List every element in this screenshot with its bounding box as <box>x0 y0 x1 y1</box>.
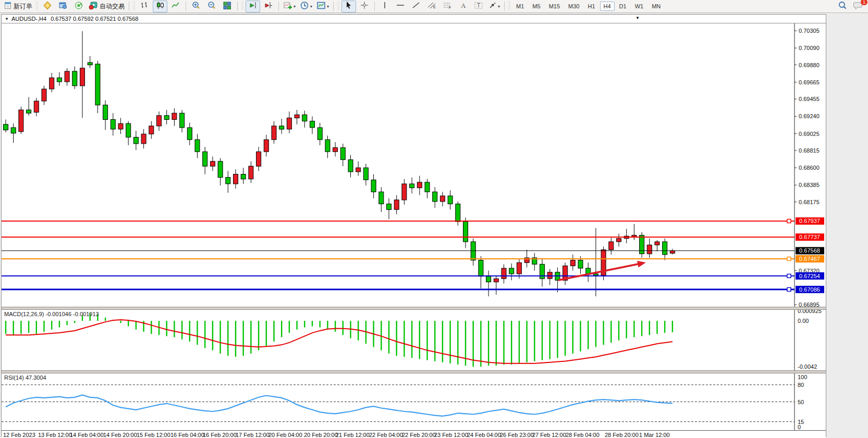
price-line-badge: 0.67467 <box>796 255 824 262</box>
candle <box>624 229 629 243</box>
candlestick-chart-button[interactable] <box>153 1 167 12</box>
hline-handle[interactable] <box>787 257 791 260</box>
zoom-out-button[interactable] <box>204 1 219 12</box>
candle <box>425 179 430 198</box>
price-line-badge: 0.67937 <box>796 217 824 224</box>
candle <box>80 31 85 118</box>
text-icon: A <box>459 1 467 11</box>
indicators-button[interactable]: ▾ <box>282 1 297 12</box>
time-axis-label: 28 Feb 04:00 <box>566 432 600 438</box>
trendline-button[interactable] <box>409 1 423 12</box>
svg-text:0.67086: 0.67086 <box>799 286 820 293</box>
arrows-button[interactable]: ▾ <box>487 1 502 12</box>
crosshair-button[interactable] <box>357 1 372 12</box>
time-axis-label: 14 Feb 04:00 <box>70 432 104 438</box>
candle <box>203 147 207 174</box>
hline-handle[interactable] <box>787 219 791 223</box>
autotrading-button[interactable]: 自动交易 <box>87 1 126 12</box>
zoom-in-button[interactable] <box>189 1 203 12</box>
candle <box>149 121 154 139</box>
price-line-badge: 0.67254 <box>796 272 824 280</box>
price-chart[interactable]: 0.703050.700900.698800.696650.694550.692… <box>2 23 826 307</box>
templates-caret-icon[interactable]: ▾ <box>327 4 329 9</box>
time-axis-label: 20 Feb 04:00 <box>268 432 302 438</box>
notification-badge: 1 <box>861 0 867 5</box>
candlestick-chart-icon <box>155 1 165 12</box>
navigator-button[interactable] <box>71 1 86 12</box>
timeframe-MN[interactable]: MN <box>648 2 664 11</box>
macd-panel[interactable]: MACD(12,26,9) -0.001046 -0.001913 0.0009… <box>2 310 826 370</box>
timeframe-M5[interactable]: M5 <box>529 2 544 11</box>
bar-chart-button[interactable] <box>137 1 152 12</box>
indicators-caret-icon[interactable]: ▾ <box>294 4 296 9</box>
chart-title-bar: ▼ AUDUSD-,H4 0.67537 0.67592 0.67521 0.6… <box>2 15 826 23</box>
periods-button[interactable]: ▾ <box>298 1 314 12</box>
line-chart-button[interactable] <box>168 1 183 12</box>
rsi-panel[interactable]: RSI(14) 47.3004 8050151000 <box>2 373 826 430</box>
candle <box>180 110 185 132</box>
candle <box>532 253 537 271</box>
timeframe-M15[interactable]: M15 <box>545 2 564 11</box>
candle <box>340 144 345 166</box>
market-watch-button[interactable] <box>40 1 55 12</box>
timeframe-M1[interactable]: M1 <box>512 2 528 11</box>
price-tick-label: 0.66895 <box>799 302 820 307</box>
channel-button[interactable]: E <box>424 1 439 12</box>
tile-windows-icon <box>223 1 232 12</box>
price-tick-label: 0.69455 <box>799 96 820 102</box>
svg-text:E: E <box>433 5 436 9</box>
chart-shift-marker-icon[interactable]: ▼ <box>635 16 640 20</box>
hline-handle[interactable] <box>787 287 791 291</box>
macd-chart[interactable]: 0.0009250.00-0.0042 <box>2 310 826 370</box>
price-tick-label: 0.69025 <box>799 131 820 137</box>
search-button[interactable] <box>835 1 850 12</box>
periods-caret-icon[interactable]: ▾ <box>310 4 312 9</box>
price-tick-label: 0.68600 <box>799 165 820 171</box>
auto-scroll-button[interactable] <box>246 1 260 12</box>
rsi-tick-label: 0 <box>798 424 801 430</box>
new-order-button[interactable]: 新订单 <box>3 1 34 12</box>
trendline-icon <box>412 1 420 11</box>
candle <box>187 123 192 145</box>
time-axis-label: 23 Feb 12:00 <box>434 432 468 438</box>
candle <box>417 176 422 195</box>
timeframe-D1[interactable]: D1 <box>616 2 630 11</box>
timeframe-W1[interactable]: W1 <box>631 2 647 11</box>
candle <box>670 249 675 255</box>
timeframe-H1[interactable]: H1 <box>584 2 598 11</box>
price-tick-label: 0.68815 <box>799 147 820 154</box>
vertical-line-button[interactable] <box>377 1 392 12</box>
notifications-button[interactable]: 1 <box>851 1 865 12</box>
candle <box>509 264 514 280</box>
time-axis-label: 12 Feb 2023 <box>3 432 35 438</box>
candle <box>126 121 131 145</box>
arrows-caret-icon[interactable]: ▾ <box>498 4 500 9</box>
rsi-chart[interactable]: 8050151000 <box>2 373 826 430</box>
text-button[interactable]: A <box>456 1 470 12</box>
data-window-button[interactable] <box>56 1 70 12</box>
horizontal-line-button[interactable] <box>393 1 408 12</box>
candle <box>295 110 299 124</box>
chart-shift-button[interactable] <box>261 1 276 12</box>
price-tick-label: 0.69240 <box>799 113 820 119</box>
templates-button[interactable]: ▾ <box>315 1 331 12</box>
rsi-line <box>6 395 673 416</box>
new-order-icon <box>4 2 12 11</box>
svg-text:F: F <box>449 6 451 9</box>
timeframe-M30[interactable]: M30 <box>565 2 583 11</box>
fibonacci-button[interactable]: F <box>440 1 455 12</box>
time-axis[interactable]: 12 Feb 202313 Feb 12:0014 Feb 04:0014 Fe… <box>2 430 826 438</box>
hline-handle[interactable] <box>787 274 791 278</box>
price-tick-label: 0.68175 <box>799 199 820 205</box>
text-label-button[interactable]: T <box>471 1 486 12</box>
navigator-icon <box>74 1 83 12</box>
candle <box>249 161 253 183</box>
candle <box>456 202 460 226</box>
time-axis-label: 16 Feb 04:00 <box>170 432 204 438</box>
collapse-arrow-icon[interactable]: ▼ <box>5 17 9 21</box>
tile-windows-button[interactable] <box>220 1 235 12</box>
timeframe-H4[interactable]: H4 <box>600 2 615 11</box>
main-chart-panel[interactable]: 0.703050.700900.698800.696650.694550.692… <box>2 23 826 307</box>
cursor-button[interactable] <box>341 1 356 12</box>
candle <box>279 119 284 134</box>
